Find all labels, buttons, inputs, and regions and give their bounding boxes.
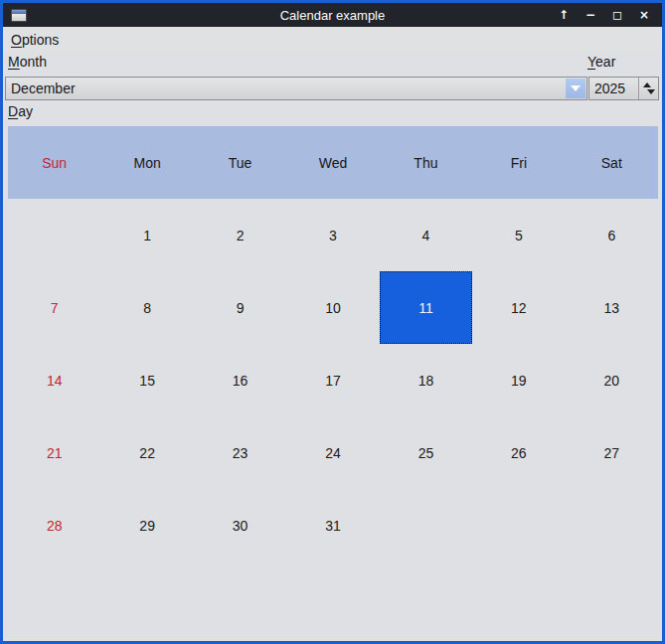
minimize-button[interactable]: −	[582, 7, 598, 23]
chevron-down-icon	[571, 85, 581, 91]
calendar-example-window: Calendar example ↑ − ◻ × Options Month D…	[0, 0, 665, 644]
calendar-day-cell[interactable]: 4	[380, 199, 472, 271]
calendar-day-cell[interactable]: 20	[566, 344, 658, 416]
spin-up-icon[interactable]	[643, 82, 651, 87]
calendar-day-cell[interactable]: 14	[8, 344, 100, 416]
maximize-button[interactable]: ◻	[609, 7, 625, 23]
shade-button[interactable]: ↑	[556, 7, 572, 23]
month-combobox-value: December	[6, 80, 566, 96]
calendar-day-cell[interactable]: 11	[380, 271, 472, 344]
titlebar[interactable]: Calendar example ↑ − ◻ ×	[3, 3, 662, 27]
month-combobox-dropdown-button[interactable]	[566, 79, 585, 98]
calendar-day-cell[interactable]: 19	[472, 344, 565, 416]
calendar-day-cell[interactable]: 7	[8, 271, 100, 344]
calendar-day-cell[interactable]: 5	[472, 199, 565, 271]
calendar-day-cell[interactable]: 27	[566, 416, 658, 489]
calendar-day-cell[interactable]: 9	[194, 271, 286, 344]
calendar-empty-cell	[8, 562, 100, 634]
calendar-day-cell[interactable]: 8	[100, 271, 193, 344]
calendar-day-cell[interactable]: 3	[286, 199, 379, 271]
year-spinbox[interactable]: 2025	[588, 77, 659, 100]
shade-icon: ↑	[559, 8, 569, 22]
calendar-weekday-header: Tue	[194, 155, 286, 171]
calendar-day-cell[interactable]: 22	[100, 416, 193, 489]
calendar-empty-cell	[286, 562, 379, 634]
menubar: Options	[3, 27, 662, 53]
calendar-day-cell[interactable]: 30	[194, 489, 286, 562]
calendar-day-cell[interactable]: 25	[380, 416, 472, 489]
calendar-header-row: SunMonTueWedThuFriSat	[8, 126, 658, 199]
close-button[interactable]: ×	[636, 7, 652, 23]
calendar-empty-cell	[8, 199, 100, 271]
close-icon: ×	[639, 8, 649, 22]
calendar-day-cell[interactable]: 16	[194, 344, 286, 416]
calendar-widget: SunMonTueWedThuFriSat 123456789101112131…	[8, 126, 658, 635]
calendar-day-cell[interactable]: 21	[8, 416, 100, 489]
year-label: Year	[587, 54, 615, 70]
calendar-day-cell[interactable]: 15	[100, 344, 193, 416]
month-label: Month	[8, 54, 47, 70]
calendar-weekday-header: Sun	[8, 155, 100, 171]
year-spinbox-value: 2025	[589, 80, 638, 96]
year-spinbox-buttons	[638, 78, 658, 99]
calendar-day-cell[interactable]: 6	[566, 199, 658, 271]
calendar-empty-cell	[380, 489, 472, 562]
maximize-icon: ◻	[612, 8, 622, 22]
calendar-day-cell[interactable]: 24	[286, 416, 379, 489]
calendar-day-cell[interactable]: 28	[8, 489, 100, 562]
calendar-weekday-header: Thu	[380, 155, 472, 171]
calendar-empty-cell	[472, 562, 565, 634]
titlebar-buttons: ↑ − ◻ ×	[556, 7, 662, 23]
calendar-empty-cell	[566, 489, 658, 562]
calendar-grid: 1234567891011121314151617181920212223242…	[8, 199, 658, 634]
minimize-icon: −	[585, 8, 595, 22]
calendar-day-cell[interactable]: 26	[472, 416, 565, 489]
calendar-day-cell[interactable]: 1	[100, 199, 193, 271]
calendar-day-cell[interactable]: 23	[194, 416, 286, 489]
month-combobox[interactable]: December	[5, 77, 587, 100]
calendar-weekday-header: Wed	[286, 155, 379, 171]
main-content: Month December Year 2025 Day SunMonTueWe…	[3, 53, 662, 641]
calendar-day-cell[interactable]: 31	[286, 489, 379, 562]
calendar-empty-cell	[472, 489, 565, 562]
calendar-day-cell[interactable]: 17	[286, 344, 379, 416]
calendar-empty-cell	[100, 562, 193, 634]
calendar-weekday-header: Sat	[566, 155, 658, 171]
calendar-day-cell[interactable]: 13	[566, 271, 658, 344]
calendar-day-cell[interactable]: 12	[472, 271, 565, 344]
menu-item-options[interactable]: Options	[11, 30, 63, 50]
calendar-day-cell[interactable]: 18	[380, 344, 472, 416]
window-icon	[11, 9, 27, 22]
calendar-day-cell[interactable]: 10	[286, 271, 379, 344]
calendar-empty-cell	[380, 562, 472, 634]
calendar-weekday-header: Mon	[100, 155, 193, 171]
calendar-empty-cell	[566, 562, 658, 634]
calendar-day-cell[interactable]: 2	[194, 199, 286, 271]
calendar-empty-cell	[194, 562, 286, 634]
day-label: Day	[8, 103, 33, 119]
calendar-day-cell[interactable]: 29	[100, 489, 193, 562]
spin-down-icon[interactable]	[647, 89, 655, 94]
calendar-weekday-header: Fri	[472, 155, 565, 171]
